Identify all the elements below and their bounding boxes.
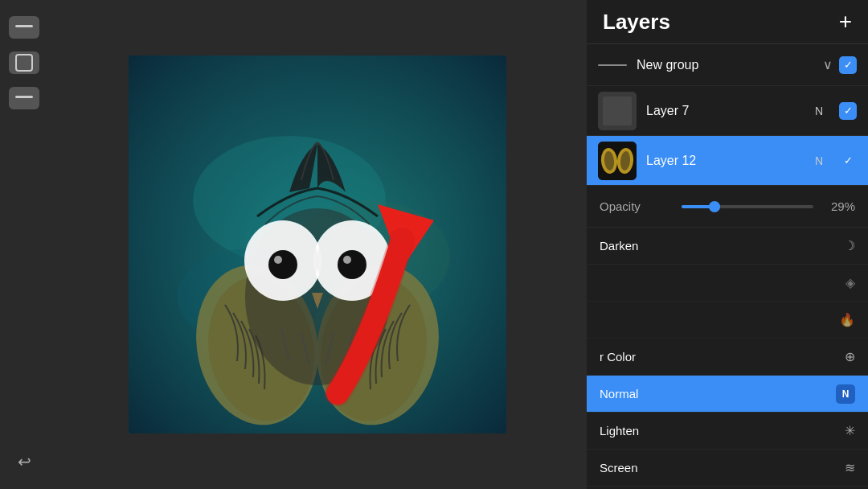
svg-rect-0	[15, 25, 33, 27]
blend-normal-label: Normal	[600, 387, 638, 401]
layer-12-thumbnail	[598, 142, 637, 180]
chevron-down-icon[interactable]: ∨	[823, 57, 833, 72]
blend-darken-icon: ☽	[844, 238, 855, 253]
blend-darkercolor-icon: ⊕	[845, 349, 855, 364]
layer-12-name: Layer 12	[646, 154, 805, 168]
opacity-slider[interactable]	[682, 205, 813, 208]
opacity-value: 29%	[823, 199, 855, 213]
tool-button-3[interactable]	[9, 87, 39, 109]
blend-darkercolor-label: r Color	[600, 350, 636, 364]
blend-mode-normal[interactable]: Normal N	[587, 376, 868, 413]
blend-screen-icon: ≋	[845, 460, 855, 475]
opacity-slider-thumb	[709, 201, 720, 212]
new-group-row[interactable]: New group ∨ ✓	[587, 44, 868, 86]
layer-row-12[interactable]: Layer 12 N ✓	[587, 136, 868, 186]
blend-mode-lighten[interactable]: Lighten ✳	[587, 413, 868, 450]
layers-header: Layers +	[587, 0, 868, 44]
blend-screen-label: Screen	[600, 461, 638, 475]
layer-7-blend: N	[815, 105, 823, 117]
new-group-indent-line	[598, 64, 627, 66]
new-group-label: New group	[637, 58, 698, 72]
svg-rect-23	[603, 97, 632, 125]
new-group-checkbox[interactable]: ✓	[839, 56, 857, 74]
svg-point-17	[338, 250, 366, 279]
canvas-area	[48, 0, 587, 489]
svg-point-18	[274, 256, 282, 264]
layer-7-name: Layer 7	[646, 104, 805, 118]
blend-mode-linear-burn[interactable]: 🔥	[587, 302, 868, 339]
blend-burn-icon: ◈	[845, 275, 855, 290]
right-panel: Layers + New group ∨ ✓ Layer 7 N ✓	[587, 0, 868, 489]
canvas-wrapper	[129, 55, 506, 434]
layer-12-checkbox[interactable]: ✓	[839, 152, 857, 170]
blend-mode-colour-burn[interactable]: ◈	[587, 265, 868, 302]
blend-mode-screen[interactable]: Screen ≋	[587, 450, 868, 487]
tool-button-2[interactable]	[9, 51, 39, 74]
layer-12-blend: N	[815, 154, 823, 167]
svg-rect-2	[15, 96, 33, 98]
opacity-row: Opacity 29%	[587, 186, 868, 228]
svg-point-16	[268, 250, 297, 279]
tool-button-1[interactable]	[9, 16, 39, 39]
blend-lighten-icon: ✳	[845, 423, 855, 438]
opacity-label: Opacity	[600, 199, 672, 213]
blend-lighten-label: Lighten	[600, 424, 639, 438]
layer-7-thumbnail	[598, 92, 637, 130]
blend-mode-list: Darken ☽ ◈ 🔥 r Color ⊕ Normal N Lighten …	[587, 228, 868, 489]
svg-point-19	[343, 256, 351, 264]
undo-button[interactable]: ↩	[9, 450, 39, 473]
blend-darken-label: Darken	[600, 239, 638, 253]
layer-row-7[interactable]: Layer 7 N ✓	[587, 86, 868, 136]
blend-normal-icon: N	[836, 384, 855, 404]
add-layer-button[interactable]: +	[839, 10, 852, 33]
canvas-image	[129, 55, 506, 434]
left-toolbar: ↩	[0, 0, 48, 489]
blend-mode-darken[interactable]: Darken ☽	[587, 228, 868, 265]
blend-linearburn-icon: 🔥	[839, 312, 855, 327]
svg-rect-1	[16, 55, 32, 71]
layers-title: Layers	[603, 10, 670, 35]
blend-mode-darker-color[interactable]: r Color ⊕	[587, 339, 868, 376]
layer-7-checkbox[interactable]: ✓	[839, 102, 857, 120]
